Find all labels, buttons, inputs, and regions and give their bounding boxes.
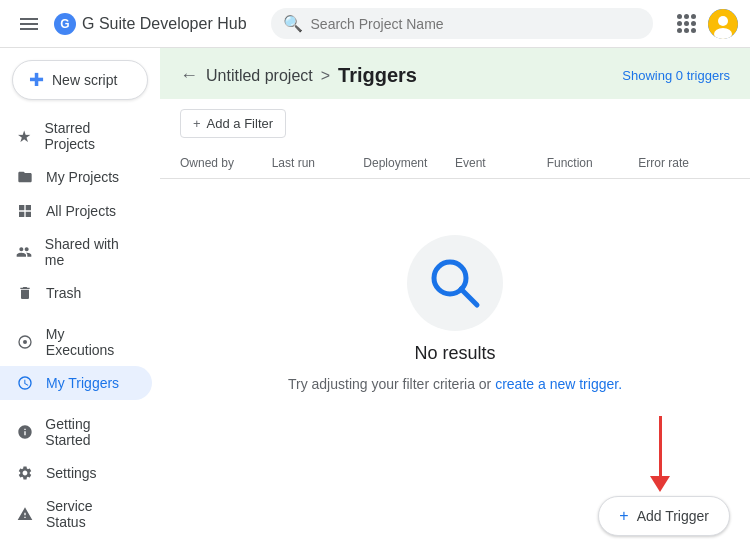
empty-subtitle: Try adjusting your filter criteria or cr… [288,376,622,392]
svg-point-5 [23,340,27,344]
content-area: ← Untitled project > Triggers Showing 0 … [160,48,750,544]
sidebar-item-triggers[interactable]: My Triggers [0,366,152,400]
menu-icon[interactable] [12,7,46,41]
col-last-run: Last run [272,156,364,170]
page-title: Triggers [338,64,417,87]
avatar[interactable] [708,9,738,39]
clock-icon [16,374,34,392]
sidebar-item-trash[interactable]: Trash [0,276,152,310]
svg-point-1 [718,16,728,26]
executions-icon [16,333,34,351]
table-header: Owned by Last run Deployment Event Funct… [160,148,750,179]
folder-icon [16,168,34,186]
sidebar-label-getting-started: Getting Started [45,416,136,448]
settings-icon [16,464,34,482]
sidebar-label-starred: Starred Projects [44,120,136,152]
empty-subtitle-text: Try adjusting your filter criteria or [288,376,491,392]
empty-title: No results [414,343,495,364]
sidebar: ✚ New script ★ Starred Projects My Proje… [0,48,160,544]
top-navigation: G G Suite Developer Hub 🔍 [0,0,750,48]
sidebar-label-settings: Settings [46,465,97,481]
arrow-indicator [650,416,670,492]
nav-right [677,9,738,39]
trash-icon [16,284,34,302]
sidebar-label-trash: Trash [46,285,81,301]
sidebar-label-my-projects: My Projects [46,169,119,185]
sidebar-label-service-status: Service Status [46,498,136,530]
filter-plus-icon: + [193,116,201,131]
search-icon: 🔍 [283,14,303,33]
col-function: Function [547,156,639,170]
main-layout: ✚ New script ★ Starred Projects My Proje… [0,48,750,544]
grid-icon [16,202,34,220]
search-box[interactable]: 🔍 [271,8,653,39]
trigger-count: Showing 0 triggers [622,68,730,83]
content-header: ← Untitled project > Triggers Showing 0 … [160,48,750,99]
magnifying-glass-icon [425,253,485,313]
back-button[interactable]: ← [180,65,198,86]
breadcrumb: ← Untitled project > Triggers [180,64,417,87]
sidebar-item-getting-started[interactable]: Getting Started [0,408,152,456]
search-illustration [407,235,503,331]
sidebar-item-starred[interactable]: ★ Starred Projects [0,112,152,160]
col-event: Event [455,156,547,170]
add-trigger-label: Add Trigger [637,508,709,524]
col-owned-by: Owned by [180,156,272,170]
sidebar-item-all-projects[interactable]: All Projects [0,194,152,228]
breadcrumb-project: Untitled project [206,67,313,85]
sidebar-item-my-projects[interactable]: My Projects [0,160,152,194]
sidebar-label-executions: My Executions [46,326,136,358]
google-logo-icon: G [54,13,76,35]
plus-icon: ✚ [29,69,44,91]
col-error-rate: Error rate [638,156,730,170]
add-filter-button[interactable]: + Add a Filter [180,109,286,138]
search-input[interactable] [311,16,641,32]
svg-line-7 [461,289,477,305]
app-title: G Suite Developer Hub [82,15,247,33]
sidebar-item-settings[interactable]: Settings [0,456,152,490]
people-icon [16,243,33,261]
sidebar-label-all-projects: All Projects [46,203,116,219]
trigger-plus-icon: + [619,507,628,525]
arrow-head [650,476,670,492]
create-trigger-link[interactable]: create a new trigger. [495,376,622,392]
sidebar-label-shared: Shared with me [45,236,136,268]
sidebar-item-executions[interactable]: My Executions [0,318,152,366]
col-deployment: Deployment [363,156,455,170]
info-icon [16,423,33,441]
star-icon: ★ [16,127,32,145]
sidebar-item-help[interactable]: Help [0,538,152,544]
sidebar-label-triggers: My Triggers [46,375,119,391]
sidebar-item-shared[interactable]: Shared with me [0,228,152,276]
new-script-button[interactable]: ✚ New script [12,60,148,100]
add-trigger-button[interactable]: + Add Trigger [598,496,730,536]
new-script-label: New script [52,72,117,88]
warning-icon [16,505,34,523]
arrow-line [659,416,662,476]
add-filter-label: Add a Filter [207,116,273,131]
logo-area: G G Suite Developer Hub [54,13,247,35]
content-toolbar: + Add a Filter [160,99,750,148]
breadcrumb-separator: > [321,67,330,85]
bottom-bar: + Add Trigger [160,488,750,544]
sidebar-item-service-status[interactable]: Service Status [0,490,152,538]
apps-grid-icon[interactable] [677,14,696,33]
